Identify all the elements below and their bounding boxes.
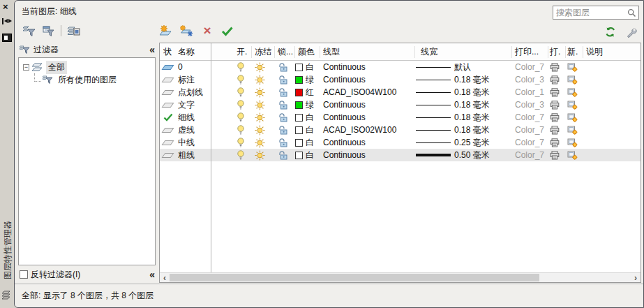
layer-lineweight-cell[interactable]: 0.18 毫米: [415, 74, 512, 86]
layer-name-cell[interactable]: 细线: [177, 112, 211, 124]
layer-on-toggle[interactable]: [232, 150, 252, 160]
layer-color-cell[interactable]: 绿: [295, 99, 320, 111]
col-header-plot-style[interactable]: 打印...: [512, 46, 548, 58]
layer-on-toggle[interactable]: [232, 125, 252, 135]
layer-lock-toggle[interactable]: [275, 62, 295, 72]
layer-lock-toggle[interactable]: [275, 87, 295, 97]
scrollbar-thumb[interactable]: [170, 274, 539, 281]
layer-on-toggle[interactable]: [232, 87, 252, 97]
layer-plot-toggle[interactable]: [548, 113, 566, 122]
layer-plot-style-cell[interactable]: Color_3: [512, 75, 548, 85]
layer-linetype-cell[interactable]: ACAD_ISO04W100: [320, 87, 415, 97]
col-header-status[interactable]: 状: [160, 45, 177, 58]
settings-button[interactable]: [624, 25, 639, 39]
layer-linetype-cell[interactable]: Continuous: [320, 62, 415, 72]
layer-lineweight-cell[interactable]: 0.18 毫米: [415, 87, 512, 98]
new-layer-button[interactable]: [159, 24, 174, 38]
close-icon[interactable]: ×: [3, 1, 8, 12]
layer-freeze-toggle[interactable]: [252, 150, 275, 161]
layer-plot-style-cell[interactable]: Color_7: [512, 112, 548, 122]
layer-linetype-cell[interactable]: Continuous: [320, 75, 415, 85]
layer-row[interactable]: 0: [160, 61, 641, 73]
layer-name-cell[interactable]: 虚线: [177, 124, 211, 136]
layer-lineweight-cell[interactable]: 0.18 毫米: [415, 124, 512, 136]
filter-node-label[interactable]: 所有使用的图层: [56, 73, 119, 87]
layer-color-cell[interactable]: 红: [295, 87, 320, 98]
layer-name-cell[interactable]: 中线: [177, 137, 211, 149]
new-group-filter-button[interactable]: [40, 24, 56, 38]
layer-linetype-cell[interactable]: Continuous: [320, 138, 415, 147]
layer-new-vp-freeze-toggle[interactable]: [566, 138, 583, 147]
layer-plot-style-cell[interactable]: Color_1: [512, 87, 548, 97]
layer-linetype-cell[interactable]: Continuous: [320, 100, 415, 110]
col-header-plot[interactable]: 打.: [548, 46, 566, 58]
layer-new-vp-freeze-toggle[interactable]: [566, 88, 583, 97]
layer-lineweight-cell[interactable]: 0.25 毫米: [415, 137, 512, 149]
layer-name-cell[interactable]: 文字: [177, 99, 211, 111]
collapse-filters-icon[interactable]: «: [149, 44, 154, 55]
layer-lock-toggle[interactable]: [275, 150, 295, 160]
filter-tree-node-used[interactable]: 所有使用的图层: [19, 73, 155, 86]
col-header-new-vp-freeze[interactable]: 新.: [566, 46, 583, 58]
layer-new-vp-freeze-toggle[interactable]: [566, 101, 583, 110]
layer-status-cell[interactable]: [160, 113, 177, 122]
layer-row[interactable]: 粗线: [160, 149, 641, 161]
collapse-bottom-icon[interactable]: «: [149, 269, 154, 280]
col-header-linetype[interactable]: 线型: [320, 46, 415, 58]
layer-freeze-toggle[interactable]: [252, 112, 275, 123]
layer-on-toggle[interactable]: [232, 75, 252, 85]
layer-name-cell[interactable]: 标注: [177, 74, 211, 86]
layer-status-cell[interactable]: [160, 153, 177, 158]
layer-on-toggle[interactable]: [232, 138, 252, 147]
layer-row[interactable]: 点划线: [160, 86, 641, 98]
layer-status-cell[interactable]: [160, 90, 177, 95]
new-property-filter-button[interactable]: [22, 24, 37, 38]
scroll-right-icon[interactable]: ›: [631, 273, 641, 282]
layer-new-vp-freeze-toggle[interactable]: [566, 126, 583, 135]
layer-row[interactable]: 中线: [160, 136, 641, 149]
layer-new-vp-freeze-toggle[interactable]: [566, 63, 583, 72]
layer-on-toggle[interactable]: [232, 100, 252, 110]
filter-tree-node-all[interactable]: − 全部: [19, 61, 155, 73]
layer-plot-toggle[interactable]: [548, 63, 566, 72]
layer-lineweight-cell[interactable]: 0.18 毫米: [415, 112, 512, 124]
layer-plot-style-cell[interactable]: Color_7: [512, 62, 548, 72]
layer-lock-toggle[interactable]: [275, 125, 295, 135]
set-current-button[interactable]: [220, 24, 235, 38]
layer-new-vp-freeze-toggle[interactable]: [566, 113, 583, 122]
layer-freeze-toggle[interactable]: [252, 138, 275, 148]
layer-color-cell[interactable]: 白: [295, 61, 320, 73]
layer-status-cell[interactable]: [160, 103, 177, 108]
layer-color-cell[interactable]: 白: [295, 149, 320, 161]
layer-name-cell[interactable]: 点划线: [177, 87, 211, 98]
layer-color-cell[interactable]: 白: [295, 137, 320, 149]
layer-new-vp-freeze-toggle[interactable]: [566, 151, 583, 160]
col-header-name[interactable]: 名称: [177, 45, 211, 58]
layer-freeze-toggle[interactable]: [252, 87, 275, 98]
layer-plot-toggle[interactable]: [548, 88, 566, 97]
layer-lineweight-cell[interactable]: 0.18 毫米: [415, 99, 512, 111]
layer-plot-toggle[interactable]: [548, 75, 566, 85]
layer-lock-toggle[interactable]: [275, 100, 295, 110]
layer-plot-toggle[interactable]: [548, 151, 566, 160]
layer-linetype-cell[interactable]: Continuous: [320, 112, 415, 122]
layer-linetype-cell[interactable]: ACAD_ISO02W100: [320, 125, 415, 135]
layer-lock-toggle[interactable]: [275, 112, 295, 122]
layer-row[interactable]: 虚线: [160, 124, 641, 136]
invert-filter-checkbox[interactable]: [20, 270, 28, 279]
tree-expander-icon[interactable]: −: [23, 64, 29, 71]
col-header-color[interactable]: 颜色: [295, 46, 320, 58]
layer-freeze-toggle[interactable]: [252, 125, 275, 135]
layer-on-toggle[interactable]: [232, 62, 252, 72]
layer-row[interactable]: 细线: [160, 111, 641, 124]
delete-layer-button[interactable]: ×: [200, 24, 215, 38]
new-layer-vp-frozen-button[interactable]: [179, 24, 195, 38]
layer-name-cell[interactable]: 粗线: [177, 149, 211, 161]
col-header-lineweight[interactable]: 线宽: [415, 46, 512, 58]
col-header-freeze[interactable]: 冻结: [252, 46, 275, 58]
layer-color-cell[interactable]: 绿: [295, 74, 320, 86]
layer-lineweight-cell[interactable]: 0.50 毫米: [415, 149, 512, 161]
layer-color-cell[interactable]: 白: [295, 124, 320, 136]
layer-lineweight-cell[interactable]: 默认: [415, 61, 512, 73]
layer-linetype-cell[interactable]: Continuous: [320, 150, 415, 160]
